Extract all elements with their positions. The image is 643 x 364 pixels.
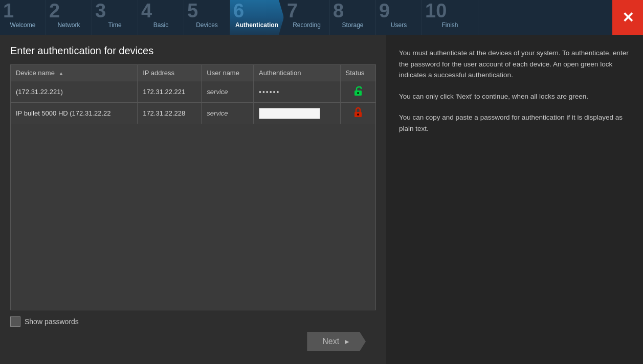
col-device-name[interactable]: Device name ▲ xyxy=(11,65,138,81)
page-title: Enter authentication for devices xyxy=(10,45,376,57)
nav-item-devices[interactable]: 5 Devices xyxy=(184,0,230,35)
status-icon xyxy=(352,107,364,118)
password-input[interactable] xyxy=(259,108,320,119)
nav-step-num: 5 xyxy=(187,1,198,20)
show-passwords-checkbox[interactable] xyxy=(10,316,20,327)
cell-status xyxy=(340,103,375,124)
nav-step-num: 8 xyxy=(333,1,344,20)
nav-step-label: Time xyxy=(108,21,121,29)
nav-step-label: Network xyxy=(57,21,80,29)
cell-device-name: (172.31.22.221) xyxy=(11,81,138,103)
cell-user-name: service xyxy=(202,103,254,124)
svg-point-1 xyxy=(357,92,359,94)
next-label: Next xyxy=(322,337,339,346)
col-status: Status xyxy=(340,65,375,81)
nav-item-finish[interactable]: 10 Finish xyxy=(422,0,478,35)
nav-step-label: Authentication xyxy=(235,21,278,29)
password-dots: •••••• xyxy=(259,88,280,96)
nav-item-recording[interactable]: 7 Recording xyxy=(284,0,330,35)
nav-step-num: 10 xyxy=(425,1,447,20)
close-icon: ✕ xyxy=(622,9,634,26)
table-row: (172.31.22.221) 172.31.22.221 service ••… xyxy=(11,81,375,103)
lock-closed-red-icon xyxy=(353,107,363,118)
lock-open-green-icon xyxy=(353,85,363,97)
help-para-2: You can only click 'Next' to continue, w… xyxy=(399,91,630,102)
nav-step-num: 6 xyxy=(233,1,244,20)
table-row: IP bullet 5000 HD (172.31.22.22 172.31.2… xyxy=(11,103,375,124)
svg-point-3 xyxy=(357,113,359,116)
nav-step-label: Basic xyxy=(153,21,168,29)
nav-step-label: Finish xyxy=(441,21,458,29)
cell-ip-address: 172.31.22.228 xyxy=(138,103,202,124)
nav-item-users[interactable]: 9 Users xyxy=(376,0,422,35)
cell-user-name: service xyxy=(202,81,254,103)
nav-item-storage[interactable]: 8 Storage xyxy=(330,0,376,35)
top-navigation: 1 Welcome 2 Network 3 Time 4 Basic 5 Dev… xyxy=(0,0,643,35)
left-panel: Enter authentication for devices Device … xyxy=(0,35,386,364)
device-table-wrapper: Device name ▲ IP address User name Authe… xyxy=(10,64,376,310)
nav-item-time[interactable]: 3 Time xyxy=(92,0,138,35)
show-passwords-row: Show passwords xyxy=(10,316,376,327)
nav-step-label: Welcome xyxy=(10,21,36,29)
nav-item-welcome[interactable]: 1 Welcome xyxy=(0,0,46,35)
nav-step-label: Storage xyxy=(342,21,363,29)
cell-ip-address: 172.31.22.221 xyxy=(138,81,202,103)
nav-step-label: Recording xyxy=(293,21,321,29)
cell-authentication: •••••• xyxy=(254,81,341,103)
help-para-3: You can copy and paste a password for au… xyxy=(399,112,630,134)
col-user-name: User name xyxy=(202,65,254,81)
col-authentication: Authentication xyxy=(254,65,341,81)
main-content: Enter authentication for devices Device … xyxy=(0,35,643,364)
bottom-bar: Next ► xyxy=(10,327,376,356)
nav-step-num: 9 xyxy=(379,1,390,20)
nav-item-basic[interactable]: 4 Basic xyxy=(138,0,184,35)
nav-step-num: 4 xyxy=(141,1,152,20)
right-panel: You must authenticate at the devices of … xyxy=(386,35,643,364)
show-passwords-label: Show passwords xyxy=(25,317,79,326)
next-button[interactable]: Next ► xyxy=(307,332,366,351)
nav-item-authentication[interactable]: 6 Authentication xyxy=(230,0,284,35)
nav-item-network[interactable]: 2 Network xyxy=(46,0,92,35)
cell-device-name: IP bullet 5000 HD (172.31.22.22 xyxy=(11,103,138,124)
cell-authentication[interactable] xyxy=(254,103,341,124)
nav-step-num: 2 xyxy=(49,1,60,20)
close-button[interactable]: ✕ xyxy=(612,0,643,35)
nav-step-num: 7 xyxy=(287,1,298,20)
nav-step-label: Users xyxy=(391,21,407,29)
cell-status xyxy=(340,81,375,103)
next-arrow-icon: ► xyxy=(343,337,350,346)
nav-step-num: 3 xyxy=(95,1,106,20)
sort-arrow-icon: ▲ xyxy=(59,71,64,76)
nav-step-label: Devices xyxy=(196,21,218,29)
nav-step-num: 1 xyxy=(3,1,14,20)
col-ip-address: IP address xyxy=(138,65,202,81)
help-para-1: You must authenticate at the devices of … xyxy=(399,48,630,81)
device-table: Device name ▲ IP address User name Authe… xyxy=(11,65,375,124)
status-icon xyxy=(352,85,364,97)
